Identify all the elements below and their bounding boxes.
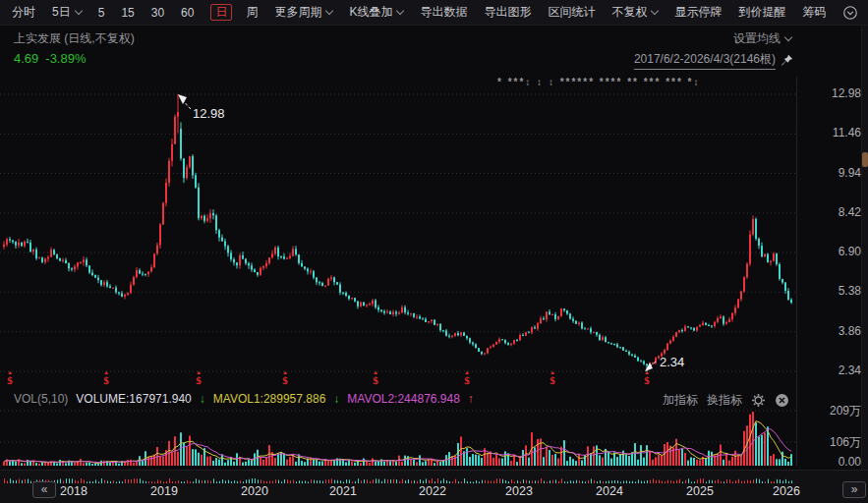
chevron-down-icon (74, 7, 82, 15)
toolbar-item-导出数据[interactable]: 导出数据 (420, 4, 467, 21)
dividend-marker[interactable]: ▲$ (2, 369, 18, 386)
price-axis-label: 6.90 (802, 245, 861, 258)
dividend-dollar-icon: $ (98, 375, 114, 386)
volume-header: VOL(5,10) VOLUME:167971.940 ↓ MAVOL1:289… (14, 392, 474, 406)
dividend-dollar-icon: $ (2, 375, 18, 386)
price-change-row: 4.69-3.89% (14, 51, 93, 66)
toolbar-item-分时[interactable]: 分时 (12, 4, 35, 21)
dividend-dollar-icon: $ (368, 375, 383, 386)
toolbar-item-label: 分时 (12, 4, 35, 21)
toolbar-item-label: 导出数据 (420, 4, 467, 21)
toolbar-item-label: 30 (151, 6, 164, 20)
volume-chart[interactable] (0, 409, 796, 466)
x-axis-label: 2024 (596, 484, 623, 498)
toolbar-item-label: 导出图形 (484, 4, 531, 21)
date-range-link[interactable]: 2017/6/2-2026/4/3(2146根) (634, 51, 776, 70)
dividend-dollar-icon: $ (545, 375, 560, 386)
price-axis-label: 5.38 (802, 284, 861, 298)
gear-icon[interactable] (751, 393, 766, 408)
pin-icon[interactable] (781, 54, 793, 67)
toolbar-item-label: 60 (181, 6, 194, 20)
dividend-marker[interactable]: ▲$ (277, 369, 293, 386)
dividend-dollar-icon: $ (191, 375, 206, 386)
x-axis-label: 2025 (686, 484, 714, 498)
toolbar-item-label: 5日 (52, 4, 71, 21)
toolbar-item-label: 筹码 (802, 4, 826, 21)
toolbar-item-60[interactable]: 60 (181, 6, 194, 20)
toolbar-item-label: 区间统计 (548, 4, 595, 21)
svg-text:2.34: 2.34 (660, 355, 684, 369)
last-price: 4.69 (14, 51, 38, 66)
toolbar-item-label: 更多周期 (274, 4, 321, 21)
price-chart[interactable]: 12.982.34 (0, 77, 796, 391)
toolbar-item-日[interactable]: 日 (210, 4, 232, 21)
volume-arrow-icon: ↓ (200, 392, 205, 406)
toolbar-item-区间统计[interactable]: 区间统计 (548, 4, 595, 21)
collapse-circle-icon[interactable] (842, 5, 858, 21)
x-axis-label: 2022 (419, 484, 446, 498)
toolbar-item-导出图形[interactable]: 导出图形 (484, 4, 531, 21)
toolbar-item-30[interactable]: 30 (151, 6, 164, 20)
chevron-down-icon (325, 7, 333, 15)
price-axis-label: 2.34 (802, 363, 861, 377)
scroll-right-button[interactable]: » (842, 481, 866, 498)
dividend-marker[interactable]: ▲$ (545, 369, 560, 386)
range-wrap: 2017/6/2-2026/4/3(2146根) (634, 51, 793, 70)
minimap-strip[interactable] (0, 476, 796, 483)
close-circle-icon[interactable] (775, 393, 789, 408)
symbol-title: 上实发展 (日线,不复权) (14, 30, 135, 47)
scroll-left-button[interactable]: « (32, 481, 56, 498)
change-percent: -3.89% (45, 51, 86, 66)
dividend-marker[interactable]: ▲$ (459, 369, 475, 386)
toolbar-item-15[interactable]: 15 (121, 6, 134, 20)
dividend-marker[interactable]: ▲$ (639, 369, 655, 386)
dividend-dollar-icon: $ (639, 375, 655, 386)
mavol2-arrow-icon: ↑ (468, 392, 474, 406)
dividend-marker[interactable]: ▲$ (368, 369, 383, 386)
toolbar-item-5日[interactable]: 5日 (52, 4, 82, 21)
toolbar-item-label: 5 (98, 6, 105, 20)
toolbar-items: 分时5日5153060日周更多周期K线叠加导出数据导出图形区间统计不复权显示停牌… (12, 4, 842, 21)
mavol1-value: MAVOL1:289957.886 (213, 392, 326, 406)
price-axis-label: 12.98 (802, 86, 861, 100)
dividend-dollar-icon: $ (459, 375, 475, 386)
x-axis-label: 2020 (241, 484, 268, 498)
price-axis-label: 3.86 (802, 324, 861, 338)
toolbar-item-更多周期[interactable]: 更多周期 (274, 4, 332, 21)
axis-divider (796, 77, 797, 466)
svg-text:12.98: 12.98 (193, 106, 225, 121)
price-axis-label: 9.94 (802, 166, 861, 180)
x-axis-label: 2021 (329, 484, 357, 498)
toolbar-item-label: 周 (246, 4, 258, 21)
toolbar-item-label: 日 (215, 5, 227, 20)
vol-indicator-label[interactable]: VOL(5,10) (14, 392, 68, 406)
toolbar-icons (842, 5, 868, 21)
volume-tools: 加指标 换指标 (663, 392, 789, 409)
chevron-down-icon (651, 7, 659, 15)
toolbar-item-不复权[interactable]: 不复权 (611, 4, 658, 21)
ma-settings-button[interactable]: 设置均线 (733, 30, 791, 47)
vertical-scrollbar[interactable] (861, 26, 868, 470)
toolbar: 分时5日5153060日周更多周期K线叠加导出数据导出图形区间统计不复权显示停牌… (0, 0, 868, 26)
toolbar-item-到价提醒[interactable]: 到价提醒 (738, 4, 785, 21)
x-axis-label: 2023 (505, 484, 533, 498)
toolbar-item-显示停牌[interactable]: 显示停牌 (674, 4, 722, 21)
toolbar-item-5[interactable]: 5 (98, 6, 105, 20)
mavol2-value: MAVOL2:244876.948 (347, 392, 460, 406)
toolbar-item-label: 到价提醒 (738, 4, 785, 21)
vertical-scrollbar-handle[interactable] (862, 152, 868, 167)
volume-value: VOLUME:167971.940 (76, 392, 191, 406)
toolbar-item-K线叠加[interactable]: K线叠加 (349, 4, 403, 21)
switch-indicator-button[interactable]: 换指标 (707, 392, 742, 409)
toolbar-item-筹码[interactable]: 筹码 (802, 4, 826, 21)
dividend-marker[interactable]: ▲$ (98, 369, 114, 386)
add-indicator-button[interactable]: 加指标 (663, 392, 698, 409)
toolbar-item-周[interactable]: 周 (246, 4, 258, 21)
volume-axis-label: 0.00 (802, 455, 861, 469)
price-axis-label: 8.42 (802, 205, 861, 219)
toolbar-item-label: 显示停牌 (674, 4, 722, 21)
x-axis-label: 2019 (150, 484, 178, 498)
dividend-marker[interactable]: ▲$ (191, 369, 206, 386)
toolbar-item-label: 不复权 (611, 4, 647, 21)
x-axis-label: 2026 (773, 484, 800, 498)
